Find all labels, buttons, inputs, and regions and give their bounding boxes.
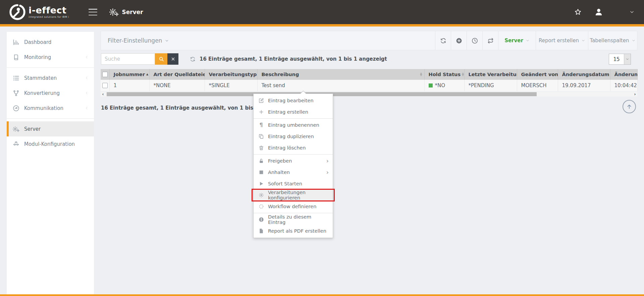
pdf-file-icon — [258, 228, 264, 234]
chevron-left-icon — [85, 55, 89, 59]
refresh-button[interactable] — [435, 31, 451, 50]
cell-letzte-verarbeitung: *PENDING — [464, 80, 517, 91]
chevron-down-icon — [526, 39, 530, 43]
menu-item-eintrag-bearbeiten[interactable]: Eintrag bearbeiten — [254, 95, 333, 106]
menu-item-eintrag-loeschen[interactable]: Eintrag löschen — [254, 142, 333, 154]
menu-divider — [254, 154, 333, 155]
pilcrow-icon: ¶ — [258, 122, 264, 128]
info-circle-icon — [258, 217, 264, 223]
unlock-icon — [258, 158, 264, 164]
refresh-icon[interactable] — [190, 56, 196, 62]
report-dropdown[interactable]: Report erstellen — [536, 31, 588, 50]
sidebar-item-stammdaten[interactable]: Stammdaten — [7, 70, 94, 85]
sidebar-item-label: Modul-Konfiguration — [24, 141, 75, 147]
hamburger-menu-icon[interactable] — [89, 9, 97, 15]
play-icon — [258, 181, 264, 187]
menu-divider — [254, 213, 333, 213]
table-header-row: Jobnummer▲ Art der Quelldateien▲▼ Verarb… — [101, 69, 637, 80]
arrow-up-icon — [626, 103, 633, 110]
page-size-select[interactable]: 15 — [609, 54, 631, 65]
column-header-jobnummer[interactable]: Jobnummer▲ — [109, 69, 149, 80]
hold-status-green-indicator — [429, 83, 433, 87]
menu-item-workflow-definieren[interactable]: Workflow definieren — [254, 201, 333, 212]
column-header-hold-status[interactable]: Hold Status▲▼ — [424, 69, 464, 80]
add-entry-button[interactable] — [451, 31, 467, 50]
menu-item-eintrag-umbenennen[interactable]: ¶ Eintrag umbenennen — [254, 119, 333, 131]
sidebar-item-konvertierung[interactable]: Konvertierung — [7, 85, 94, 101]
top-header: i-effect integrated solutions for IBM i … — [0, 0, 644, 24]
column-header-aenderungsdatum[interactable]: Änderungsdatum▲▼ — [558, 69, 610, 80]
logo-text: i-effect — [29, 6, 69, 15]
sidebar-item-label: Stammdaten — [24, 75, 57, 81]
cell-hold-status: *NO — [424, 80, 464, 91]
horizontal-scrollbar[interactable]: ‹ › — [101, 92, 637, 97]
chevron-down-icon — [165, 39, 169, 43]
chevron-down-icon — [581, 39, 585, 43]
favorite-star-icon[interactable] — [574, 8, 582, 16]
filter-settings-dropdown[interactable]: Filter-Einstellungen — [101, 31, 169, 50]
menu-item-details-zu-diesem-eintrag[interactable]: Details zu diesem Eintrag — [254, 214, 333, 225]
sidebar-item-dashboard[interactable]: Dashboard — [7, 35, 94, 50]
logo-tagline: integrated solutions for IBM i — [29, 15, 69, 18]
menu-item-anhalten[interactable]: Anhalten › — [254, 167, 333, 178]
select-all-checkbox[interactable] — [102, 72, 108, 77]
column-header-letzte-verarbeitung[interactable]: Letzte Verarbeitung▲▼ — [464, 69, 517, 80]
cell-beschreibung: Test send — [257, 80, 424, 91]
sidebar-item-server[interactable]: Server — [7, 121, 94, 136]
scrollbar-track[interactable] — [105, 92, 633, 96]
column-header-aenderungszeit[interactable]: Änderungszeit — [610, 69, 637, 80]
column-header-verarbeitungstyp[interactable]: Verarbeitungstyp▲▼ — [205, 69, 257, 80]
table-columns-dropdown-label: Tabellenspalten — [590, 38, 629, 44]
chevron-down-icon — [624, 54, 631, 64]
search-input[interactable] — [101, 53, 155, 65]
menu-item-freigeben[interactable]: Freigeben › — [254, 155, 333, 167]
sidebar-item-label: Server — [24, 126, 41, 132]
plus-circle-icon — [456, 38, 462, 44]
reload-table-button[interactable] — [482, 31, 498, 50]
app-logo[interactable]: i-effect integrated solutions for IBM i — [8, 3, 69, 21]
scroll-right-arrow[interactable]: › — [633, 92, 637, 97]
plus-icon — [258, 109, 264, 115]
page-title: Server — [122, 9, 143, 15]
menu-item-eintrag-duplizieren[interactable]: Eintrag duplizieren — [254, 131, 333, 142]
close-icon — [171, 57, 175, 61]
column-header-geaendert-von[interactable]: Geändert von▲▼ — [517, 69, 558, 80]
sidebar-item-monitoring[interactable]: Monitoring — [7, 50, 94, 65]
sort-asc-icon[interactable]: ▲ — [146, 73, 148, 76]
sidebar-item-modul-konfiguration[interactable]: Modul-Konfiguration — [7, 136, 94, 152]
history-button[interactable] — [467, 31, 482, 50]
scroll-to-top-button[interactable] — [623, 100, 636, 113]
menu-item-eintrag-erstellen[interactable]: Eintrag erstellen — [254, 106, 333, 118]
accent-bar-bottom — [0, 294, 644, 296]
jobs-table: Jobnummer▲ Art der Quelldateien▲▼ Verarb… — [101, 69, 637, 91]
menu-divider — [254, 118, 333, 119]
sort-icon[interactable]: ▲▼ — [420, 72, 422, 77]
column-header-quelldateien[interactable]: Art der Quelldateien▲▼ — [149, 69, 205, 80]
menu-item-report-als-pdf-erstellen[interactable]: Report als PDF erstellen — [254, 225, 333, 237]
menu-item-sofort-starten[interactable]: Sofort Starten — [254, 178, 333, 189]
chevron-left-icon — [85, 106, 89, 110]
sidebar-item-label: Kommunikation — [24, 105, 63, 111]
list-icon — [13, 75, 19, 81]
chevron-left-icon — [85, 76, 89, 80]
search-button[interactable] — [155, 53, 167, 65]
clear-search-button[interactable] — [167, 53, 178, 65]
page-title-group: Server — [109, 8, 143, 16]
server-dropdown[interactable]: Server — [498, 31, 536, 50]
sidebar: Dashboard Monitoring Stammdaten Konverti… — [7, 32, 94, 294]
scroll-left-arrow[interactable]: ‹ — [101, 92, 105, 97]
table-columns-dropdown[interactable]: Tabellenspalten — [588, 31, 637, 50]
report-dropdown-label: Report erstellen — [539, 38, 579, 44]
table-row[interactable]: 1 *NONE *SINGLE Test send *NO *PENDING M… — [101, 80, 637, 91]
cell-aenderungsdatum: 19.09.2017 — [558, 80, 610, 91]
user-profile-icon[interactable] — [594, 8, 603, 16]
sidebar-item-kommunikation[interactable]: Kommunikation — [7, 101, 94, 116]
filter-settings-label: Filter-Einstellungen — [108, 37, 162, 44]
sidebar-item-label: Dashboard — [24, 39, 51, 45]
row-checkbox[interactable] — [102, 83, 108, 88]
cell-geaendert-von: MOERSCH — [517, 80, 558, 91]
sort-icon[interactable]: ▲▼ — [462, 72, 464, 77]
menu-item-verarbeitungen-konfigurieren[interactable]: Verarbeitungen konfigurieren — [254, 189, 333, 201]
column-header-beschreibung[interactable]: Beschreibung▲▼ — [257, 69, 424, 80]
header-chevron-down-icon[interactable] — [629, 9, 635, 15]
